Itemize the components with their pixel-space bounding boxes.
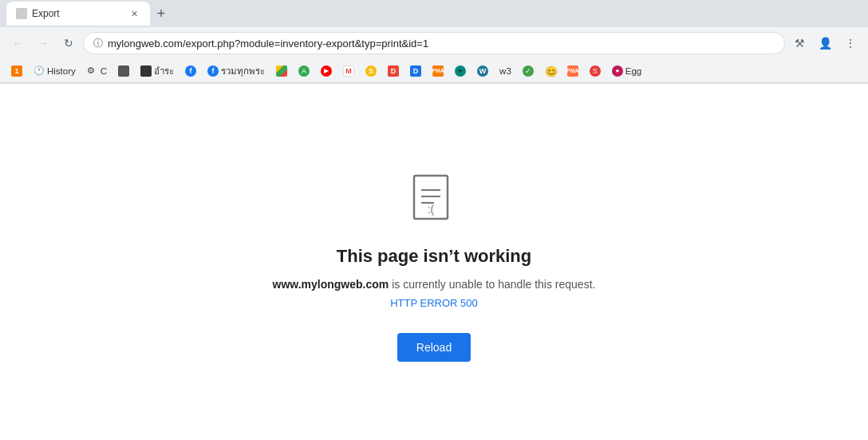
new-tab-button[interactable]: +: [150, 2, 172, 25]
bookmarks-bar: 1 🕐 History ⚙ C อำระ f f รวมทุกพระ A: [0, 59, 868, 83]
bookmark-fb-all[interactable]: f รวมทุกพระ: [203, 61, 270, 81]
bookmark-youtube[interactable]: ▶: [316, 63, 337, 79]
tab-close-button[interactable]: ✕: [128, 7, 140, 20]
reload-page-button[interactable]: ↻: [57, 32, 80, 54]
back-button[interactable]: ←: [6, 32, 29, 54]
error-page: :( This page isn’t working www.mylongweb…: [0, 84, 868, 440]
active-tab[interactable]: Export ✕: [6, 2, 150, 26]
bookmark-norton[interactable]: S: [361, 63, 381, 79]
bookmark-pma2[interactable]: PMA: [562, 63, 583, 79]
bookmark-history[interactable]: 🕐 History: [29, 63, 81, 79]
bookmark-d1[interactable]: D: [383, 63, 404, 79]
address-bar-row: ← → ↻ ⓘ mylongweb.com/export.php?module=…: [0, 27, 868, 59]
bookmark-settings[interactable]: ⚙ C: [82, 63, 112, 79]
tab-bar: Export ✕ +: [0, 0, 868, 27]
bookmark-fb-label: รวมทุกพระ: [221, 64, 265, 78]
bookmark-c-label: C: [101, 66, 107, 76]
address-bar[interactable]: ⓘ mylongweb.com/export.php?module=invent…: [83, 32, 785, 54]
error-document-icon: :(: [410, 174, 458, 230]
bookmark-history-label: History: [47, 66, 76, 76]
forward-button[interactable]: →: [32, 32, 54, 54]
bookmark-d2[interactable]: D: [405, 63, 426, 79]
bookmark-grid[interactable]: [113, 63, 134, 79]
extensions-button[interactable]: ⚒: [788, 32, 811, 54]
url-text: mylongweb.com/export.php?module=inventor…: [108, 38, 775, 50]
error-subtitle-rest: is currently unable to handle this reque…: [389, 278, 595, 291]
profile-button[interactable]: 👤: [814, 32, 836, 54]
bookmark-egg-label: Egg: [625, 66, 641, 76]
bookmark-facebook[interactable]: f: [180, 63, 201, 79]
bookmark-arams-label: อำระ: [154, 64, 174, 78]
bookmark-gdrive[interactable]: [271, 63, 292, 79]
svg-text::(: :(: [428, 203, 435, 216]
bookmark-w3-label: w3: [499, 66, 511, 76]
browser-chrome: Export ✕ + ← → ↻ ⓘ mylongweb.com/export.…: [0, 0, 868, 84]
bookmark-gmail[interactable]: M: [338, 63, 359, 79]
error-title: This page isn’t working: [337, 246, 531, 267]
bookmark-wp[interactable]: W: [472, 63, 493, 79]
menu-button[interactable]: ⋮: [839, 32, 862, 54]
bookmark-green2[interactable]: ✓: [518, 63, 539, 79]
tab-favicon-icon: [16, 8, 27, 19]
error-domain: www.mylongweb.com: [273, 278, 389, 291]
bookmark-w3[interactable]: w3: [495, 64, 516, 78]
error-code: HTTP ERROR 500: [390, 297, 478, 309]
bookmark-egg[interactable]: ● Egg: [607, 63, 646, 79]
reload-button[interactable]: Reload: [397, 333, 471, 362]
bookmark-flower[interactable]: ✦: [450, 63, 471, 79]
bookmark-pma[interactable]: PMA: [428, 63, 448, 79]
error-subtitle: www.mylongweb.com is currently unable to…: [273, 278, 596, 291]
bookmark-shopify[interactable]: S: [585, 63, 606, 79]
bookmark-emoji[interactable]: 😊: [540, 63, 561, 79]
lock-icon: ⓘ: [93, 37, 103, 50]
bookmark-1[interactable]: 1: [6, 63, 27, 79]
tab-title: Export: [32, 8, 123, 19]
bookmark-arams[interactable]: อำระ: [136, 61, 179, 81]
bookmark-gads[interactable]: A: [294, 63, 314, 79]
